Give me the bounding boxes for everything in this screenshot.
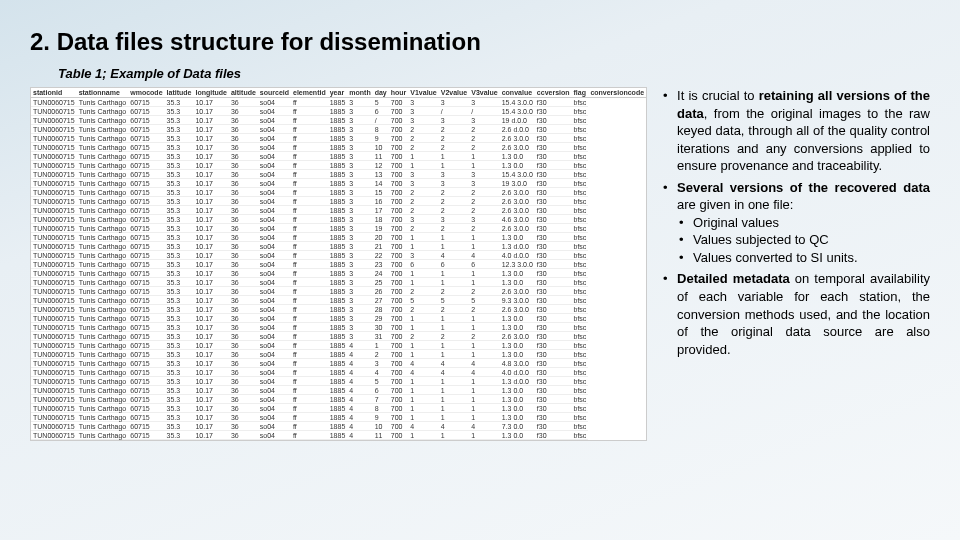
table-row: TUN0060715Tunis Carthago6071535.310.1736…	[31, 332, 646, 341]
table-row: TUN0060715Tunis Carthago6071535.310.1736…	[31, 350, 646, 359]
table-row: TUN0060715Tunis Carthago6071535.310.1736…	[31, 368, 646, 377]
column-header: altitude	[229, 88, 258, 98]
column-header: hour	[389, 88, 409, 98]
column-header: longitude	[193, 88, 229, 98]
column-header: conversioncode	[588, 88, 646, 98]
table-row: TUN0060715Tunis Carthago6071535.310.1736…	[31, 359, 646, 368]
table-row: TUN0060715Tunis Carthago6071535.310.1736…	[31, 323, 646, 332]
table-row: TUN0060715Tunis Carthago6071535.310.1736…	[31, 125, 646, 134]
table-row: TUN0060715Tunis Carthago6071535.310.1736…	[31, 215, 646, 224]
column-header: ccversion	[535, 88, 572, 98]
column-header: stationid	[31, 88, 77, 98]
column-header: V3value	[469, 88, 499, 98]
column-header: day	[373, 88, 389, 98]
table-row: TUN0060715Tunis Carthago6071535.310.1736…	[31, 152, 646, 161]
table-row: TUN0060715Tunis Carthago6071535.310.1736…	[31, 314, 646, 323]
table-row: TUN0060715Tunis Carthago6071535.310.1736…	[31, 170, 646, 179]
table-row: TUN0060715Tunis Carthago6071535.310.1736…	[31, 98, 646, 107]
table-row: TUN0060715Tunis Carthago6071535.310.1736…	[31, 377, 646, 386]
table-row: TUN0060715Tunis Carthago6071535.310.1736…	[31, 278, 646, 287]
table-row: TUN0060715Tunis Carthago6071535.310.1736…	[31, 134, 646, 143]
table-row: TUN0060715Tunis Carthago6071535.310.1736…	[31, 242, 646, 251]
table-caption: Table 1; Example of Data files	[58, 66, 930, 81]
table-row: TUN0060715Tunis Carthago6071535.310.1736…	[31, 161, 646, 170]
table-row: TUN0060715Tunis Carthago6071535.310.1736…	[31, 386, 646, 395]
table-row: TUN0060715Tunis Carthago6071535.310.1736…	[31, 422, 646, 431]
column-header: elementid	[291, 88, 328, 98]
table-row: TUN0060715Tunis Carthago6071535.310.1736…	[31, 233, 646, 242]
table-row: TUN0060715Tunis Carthago6071535.310.1736…	[31, 179, 646, 188]
table-row: TUN0060715Tunis Carthago6071535.310.1736…	[31, 224, 646, 233]
table-row: TUN0060715Tunis Carthago6071535.310.1736…	[31, 305, 646, 314]
table-row: TUN0060715Tunis Carthago6071535.310.1736…	[31, 188, 646, 197]
table-row: TUN0060715Tunis Carthago6071535.310.1736…	[31, 116, 646, 125]
column-header: wmocode	[128, 88, 164, 98]
column-header: convalue	[500, 88, 535, 98]
page-title: 2. Data files structure for disseminatio…	[30, 28, 930, 56]
data-table: stationidstationnamewmocodelatitudelongi…	[30, 87, 647, 441]
bullet-text: It is crucial to retaining all versions …	[661, 87, 930, 441]
table-row: TUN0060715Tunis Carthago6071535.310.1736…	[31, 197, 646, 206]
table-row: TUN0060715Tunis Carthago6071535.310.1736…	[31, 107, 646, 116]
table-row: TUN0060715Tunis Carthago6071535.310.1736…	[31, 143, 646, 152]
column-header: latitude	[165, 88, 194, 98]
table-row: TUN0060715Tunis Carthago6071535.310.1736…	[31, 431, 646, 440]
table-row: TUN0060715Tunis Carthago6071535.310.1736…	[31, 395, 646, 404]
column-header: V1value	[408, 88, 438, 98]
table-row: TUN0060715Tunis Carthago6071535.310.1736…	[31, 296, 646, 305]
table-row: TUN0060715Tunis Carthago6071535.310.1736…	[31, 251, 646, 260]
column-header: month	[347, 88, 372, 98]
column-header: V2value	[439, 88, 469, 98]
table-row: TUN0060715Tunis Carthago6071535.310.1736…	[31, 341, 646, 350]
table-row: TUN0060715Tunis Carthago6071535.310.1736…	[31, 413, 646, 422]
column-header: flag	[572, 88, 589, 98]
table-row: TUN0060715Tunis Carthago6071535.310.1736…	[31, 287, 646, 296]
column-header: sourceid	[258, 88, 291, 98]
table-row: TUN0060715Tunis Carthago6071535.310.1736…	[31, 206, 646, 215]
column-header: year	[328, 88, 348, 98]
table-row: TUN0060715Tunis Carthago6071535.310.1736…	[31, 404, 646, 413]
table-row: TUN0060715Tunis Carthago6071535.310.1736…	[31, 260, 646, 269]
column-header: stationname	[77, 88, 129, 98]
table-row: TUN0060715Tunis Carthago6071535.310.1736…	[31, 269, 646, 278]
